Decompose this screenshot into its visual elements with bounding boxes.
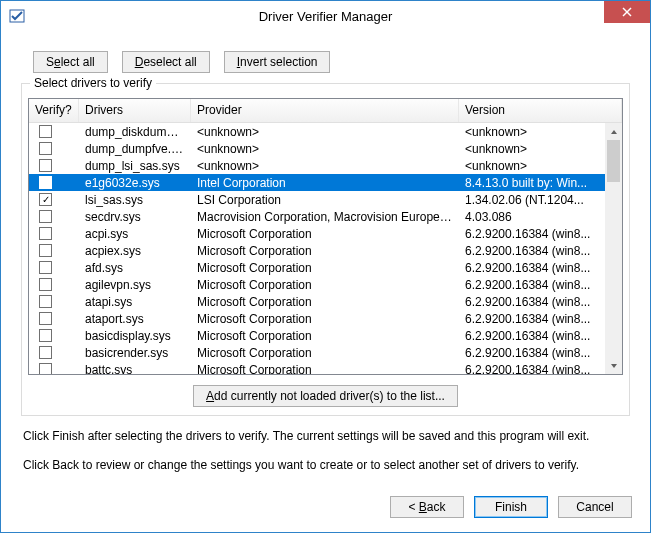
provider-cell: <unknown> (191, 159, 459, 173)
provider-cell: Microsoft Corporation (191, 227, 459, 241)
verify-checkbox[interactable] (39, 346, 52, 359)
driver-cell: ataport.sys (79, 312, 191, 326)
table-row[interactable]: dump_lsi_sas.sys<unknown><unknown> (29, 157, 605, 174)
deselect-all-button[interactable]: Deselect all (122, 51, 210, 73)
provider-cell: Microsoft Corporation (191, 261, 459, 275)
driver-cell: e1g6032e.sys (79, 176, 191, 190)
table-row[interactable]: ✓e1g6032e.sysIntel Corporation8.4.13.0 b… (29, 174, 605, 191)
provider-cell: Microsoft Corporation (191, 244, 459, 258)
provider-cell: Macrovision Corporation, Macrovision Eur… (191, 210, 459, 224)
verify-checkbox[interactable] (39, 125, 52, 138)
version-cell: 6.2.9200.16384 (win8... (459, 227, 605, 241)
provider-cell: <unknown> (191, 142, 459, 156)
drivers-groupbox: Select drivers to verify Verify? Drivers… (21, 83, 630, 416)
listview-header: Verify? Drivers Provider Version (29, 99, 622, 123)
finish-button[interactable]: Finish (474, 496, 548, 518)
version-cell: 8.4.13.0 built by: Win... (459, 176, 605, 190)
version-cell: <unknown> (459, 142, 605, 156)
column-drivers[interactable]: Drivers (79, 99, 191, 122)
verify-checkbox[interactable] (39, 210, 52, 223)
column-version[interactable]: Version (459, 99, 622, 122)
table-row[interactable]: agilevpn.sysMicrosoft Corporation6.2.920… (29, 276, 605, 293)
verify-checkbox[interactable] (39, 159, 52, 172)
table-row[interactable]: atapi.sysMicrosoft Corporation6.2.9200.1… (29, 293, 605, 310)
table-row[interactable]: ataport.sysMicrosoft Corporation6.2.9200… (29, 310, 605, 327)
app-icon (9, 8, 25, 24)
scroll-track[interactable] (605, 140, 622, 357)
listview-body: dump_diskdump.sys<unknown><unknown>dump_… (29, 123, 622, 374)
close-button[interactable] (604, 1, 650, 23)
version-cell: 6.2.9200.16384 (win8... (459, 346, 605, 360)
table-row[interactable]: battc.sysMicrosoft Corporation6.2.9200.1… (29, 361, 605, 374)
verify-checkbox[interactable] (39, 295, 52, 308)
verify-checkbox[interactable] (39, 329, 52, 342)
version-cell: 6.2.9200.16384 (win8... (459, 312, 605, 326)
table-row[interactable]: acpiex.sysMicrosoft Corporation6.2.9200.… (29, 242, 605, 259)
scroll-down-button[interactable] (605, 357, 622, 374)
table-row[interactable]: dump_diskdump.sys<unknown><unknown> (29, 123, 605, 140)
vertical-scrollbar[interactable] (605, 123, 622, 374)
provider-cell: Intel Corporation (191, 176, 459, 190)
back-button[interactable]: < Back (390, 496, 464, 518)
verify-checkbox[interactable] (39, 363, 52, 374)
help-text-1: Click Finish after selecting the drivers… (23, 428, 628, 445)
verify-checkbox[interactable] (39, 227, 52, 240)
provider-cell: Microsoft Corporation (191, 312, 459, 326)
driver-cell: acpiex.sys (79, 244, 191, 258)
driver-cell: basicdisplay.sys (79, 329, 191, 343)
content-area: Select all Deselect all Invert selection… (1, 31, 650, 484)
table-row[interactable]: basicdisplay.sysMicrosoft Corporation6.2… (29, 327, 605, 344)
driver-cell: dump_diskdump.sys (79, 125, 191, 139)
version-cell: 6.2.9200.16384 (win8... (459, 244, 605, 258)
verify-checkbox[interactable] (39, 142, 52, 155)
column-verify[interactable]: Verify? (29, 99, 79, 122)
provider-cell: LSI Corporation (191, 193, 459, 207)
column-provider[interactable]: Provider (191, 99, 459, 122)
verify-checkbox[interactable]: ✓ (39, 193, 52, 206)
table-row[interactable]: afd.sysMicrosoft Corporation6.2.9200.163… (29, 259, 605, 276)
scroll-up-button[interactable] (605, 123, 622, 140)
verify-checkbox[interactable] (39, 278, 52, 291)
version-cell: 1.34.02.06 (NT.1204... (459, 193, 605, 207)
help-text-2: Click Back to review or change the setti… (23, 457, 628, 474)
provider-cell: Microsoft Corporation (191, 278, 459, 292)
window-title: Driver Verifier Manager (1, 9, 650, 24)
verify-checkbox[interactable]: ✓ (39, 176, 52, 189)
select-all-button[interactable]: Select all (33, 51, 108, 73)
provider-cell: Microsoft Corporation (191, 363, 459, 375)
verify-checkbox[interactable] (39, 312, 52, 325)
table-row[interactable]: acpi.sysMicrosoft Corporation6.2.9200.16… (29, 225, 605, 242)
driver-cell: afd.sys (79, 261, 191, 275)
table-row[interactable]: basicrender.sysMicrosoft Corporation6.2.… (29, 344, 605, 361)
cancel-button[interactable]: Cancel (558, 496, 632, 518)
svg-marker-3 (611, 130, 617, 134)
table-row[interactable]: ✓lsi_sas.sysLSI Corporation1.34.02.06 (N… (29, 191, 605, 208)
driver-cell: acpi.sys (79, 227, 191, 241)
driver-cell: atapi.sys (79, 295, 191, 309)
scroll-thumb[interactable] (607, 140, 620, 182)
verify-checkbox[interactable] (39, 261, 52, 274)
invert-selection-button[interactable]: Invert selection (224, 51, 331, 73)
provider-cell: Microsoft Corporation (191, 346, 459, 360)
driver-cell: dump_dumpfve.sys (79, 142, 191, 156)
window: Driver Verifier Manager Select all Desel… (0, 0, 651, 533)
driver-cell: lsi_sas.sys (79, 193, 191, 207)
driver-cell: secdrv.sys (79, 210, 191, 224)
version-cell: 6.2.9200.16384 (win8... (459, 329, 605, 343)
provider-cell: Microsoft Corporation (191, 295, 459, 309)
driver-cell: basicrender.sys (79, 346, 191, 360)
driver-cell: battc.sys (79, 363, 191, 375)
driver-cell: dump_lsi_sas.sys (79, 159, 191, 173)
table-row[interactable]: secdrv.sysMacrovision Corporation, Macro… (29, 208, 605, 225)
version-cell: 6.2.9200.16384 (win8... (459, 363, 605, 375)
table-row[interactable]: dump_dumpfve.sys<unknown><unknown> (29, 140, 605, 157)
svg-marker-4 (611, 364, 617, 368)
group-label: Select drivers to verify (30, 76, 156, 90)
drivers-listview[interactable]: Verify? Drivers Provider Version dump_di… (28, 98, 623, 375)
version-cell: <unknown> (459, 125, 605, 139)
verify-checkbox[interactable] (39, 244, 52, 257)
version-cell: 4.03.086 (459, 210, 605, 224)
driver-cell: agilevpn.sys (79, 278, 191, 292)
add-drivers-button[interactable]: Add currently not loaded driver(s) to th… (193, 385, 458, 407)
version-cell: 6.2.9200.16384 (win8... (459, 295, 605, 309)
